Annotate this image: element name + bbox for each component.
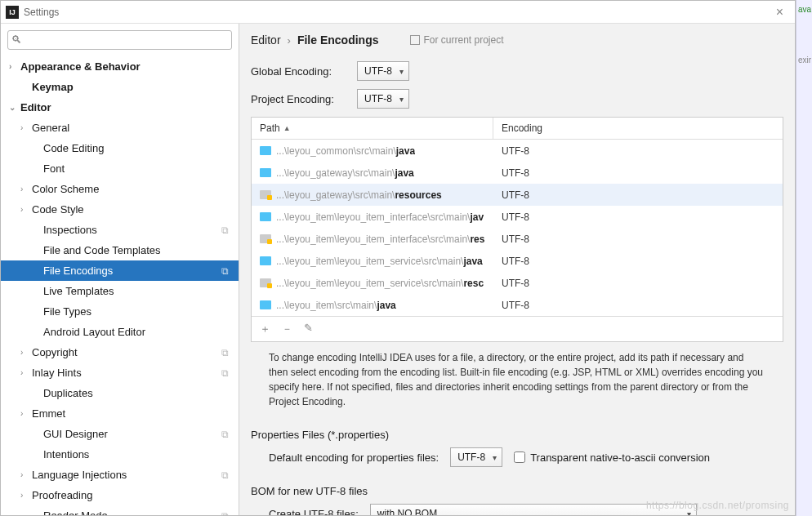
table-row[interactable]: ...\leyou_item\leyou_item_interface\src\… — [252, 228, 783, 250]
table-row[interactable]: ...\leyou_item\src\main\javaUTF-8 — [252, 294, 783, 316]
scope-icon: ⧉ — [221, 367, 239, 379]
source-folder-icon — [260, 168, 271, 177]
sidebar-item[interactable]: Inspections⧉ — [1, 220, 239, 240]
encoding-value[interactable]: UTF-8 — [493, 278, 783, 289]
source-folder-icon — [260, 300, 271, 309]
sidebar-item-label: Keymap — [32, 81, 239, 93]
main-panel: Editor › File Encodings For current proj… — [239, 24, 795, 515]
sidebar-item[interactable]: ›Copyright⧉ — [1, 342, 239, 363]
close-icon[interactable]: × — [770, 5, 790, 20]
expand-icon: › — [20, 123, 32, 132]
encoding-value[interactable]: UTF-8 — [493, 234, 783, 245]
scope-icon: ⧉ — [221, 429, 239, 440]
scope-icon: ⧉ — [221, 510, 239, 516]
path-text: ...\leyou_item\leyou_item_interface\src\… — [276, 234, 484, 245]
sidebar-item[interactable]: ⌄Editor — [1, 97, 239, 118]
sidebar-item[interactable]: Duplicates — [1, 383, 239, 403]
expand-icon: ⌄ — [9, 103, 20, 112]
table-row[interactable]: ...\leyou_item\leyou_item_interface\src\… — [252, 206, 783, 228]
sidebar-item-label: File and Code Templates — [43, 244, 239, 256]
sidebar-item[interactable]: ›Color Scheme — [1, 179, 239, 199]
scope-icon: ⧉ — [221, 347, 239, 358]
sidebar-item-label: File Types — [43, 305, 239, 318]
sidebar-item[interactable]: GUI Designer⧉ — [1, 424, 239, 444]
sidebar-item-label: File Encodings — [43, 265, 221, 277]
expand-icon: › — [20, 185, 32, 194]
watermark: https://blog.csdn.net/promsing — [646, 500, 789, 511]
global-encoding-label: Global Encoding: — [251, 65, 357, 78]
right-gutter: ava exir — [796, 0, 812, 516]
source-folder-icon — [260, 212, 271, 221]
encoding-value[interactable]: UTF-8 — [493, 211, 783, 223]
path-text: ...\leyou_common\src\main\java — [276, 145, 415, 157]
expand-icon: › — [20, 491, 32, 500]
sidebar-item-label: Editor — [20, 101, 239, 113]
search-input[interactable] — [7, 30, 232, 50]
encoding-value[interactable]: UTF-8 — [493, 300, 783, 311]
encoding-value[interactable]: UTF-8 — [493, 167, 783, 179]
sidebar-item[interactable]: ›Appearance & Behavior — [1, 56, 239, 77]
remove-button[interactable]: － — [282, 322, 292, 336]
path-text: ...\leyou_item\leyou_item_interface\src\… — [276, 211, 484, 223]
scope-icon: ⧉ — [221, 469, 239, 481]
sidebar-item[interactable]: Android Layout Editor — [1, 322, 239, 342]
scope-icon: ⧉ — [221, 225, 239, 236]
expand-icon: › — [20, 470, 32, 479]
sidebar-item[interactable]: ›Proofreading — [1, 485, 239, 505]
encoding-value[interactable]: UTF-8 — [493, 145, 783, 157]
chevron-right-icon: › — [288, 34, 291, 47]
sidebar-item[interactable]: Code Editing — [1, 138, 239, 158]
sidebar-item[interactable]: Reader Mode⧉ — [1, 505, 239, 515]
sidebar-item[interactable]: Font — [1, 158, 239, 179]
sidebar-item-label: Code Style — [32, 203, 239, 216]
expand-icon: › — [20, 348, 32, 357]
sidebar-item[interactable]: ›Language Injections⧉ — [1, 465, 239, 485]
sidebar-item[interactable]: ›Code Style — [1, 199, 239, 220]
resources-folder-icon — [260, 278, 271, 287]
sidebar-item-label: Copyright — [32, 346, 221, 358]
table-row[interactable]: ...\leyou_gateway\src\main\resourcesUTF-… — [252, 184, 783, 206]
encoding-value[interactable]: UTF-8 — [493, 189, 783, 201]
sidebar-item-label: Proofreading — [32, 489, 239, 501]
window-title: Settings — [24, 7, 59, 18]
breadcrumb-current: File Encodings — [297, 33, 379, 47]
resources-folder-icon — [260, 234, 271, 243]
sidebar-item[interactable]: File Types — [1, 301, 239, 322]
breadcrumb: Editor › File Encodings For current proj… — [251, 33, 783, 47]
sidebar-item[interactable]: ›Emmet — [1, 403, 239, 424]
properties-encoding-select[interactable]: UTF-8 — [450, 447, 502, 467]
table-row[interactable]: ...\leyou_common\src\main\javaUTF-8 — [252, 140, 783, 162]
edit-button[interactable]: ✎ — [304, 322, 313, 336]
properties-encoding-label: Default encoding for properties files: — [269, 452, 439, 464]
sidebar-item-label: Reader Mode — [43, 509, 221, 515]
table-row[interactable]: ...\leyou_gateway\src\main\javaUTF-8 — [252, 162, 783, 184]
search-icon: 🔍︎ — [11, 33, 22, 46]
project-encoding-select[interactable]: UTF-8 — [357, 89, 409, 109]
sidebar-item[interactable]: File Encodings⧉ — [1, 260, 239, 281]
create-utf8-label: Create UTF-8 files: — [269, 508, 359, 516]
encoding-value[interactable]: UTF-8 — [493, 256, 783, 267]
sidebar-item[interactable]: Live Templates — [1, 281, 239, 301]
sidebar-item[interactable]: File and Code Templates — [1, 240, 239, 260]
scope-icon: ⧉ — [221, 265, 239, 277]
sidebar-item-label: Font — [43, 162, 239, 175]
table-row[interactable]: ...\leyou_item\leyou_item_service\src\ma… — [252, 250, 783, 272]
sidebar-item[interactable]: Intentions — [1, 444, 239, 465]
sidebar-item[interactable]: ›General — [1, 118, 239, 138]
table-row[interactable]: ...\leyou_item\leyou_item_service\src\ma… — [252, 272, 783, 294]
sidebar-item-label: Duplicates — [43, 387, 239, 399]
column-encoding[interactable]: Encoding — [493, 118, 783, 139]
sidebar-item[interactable]: ›Inlay Hints⧉ — [1, 363, 239, 383]
settings-tree: ›Appearance & BehaviorKeymap⌄Editor›Gene… — [1, 56, 239, 515]
sidebar-item-label: Intentions — [43, 448, 239, 460]
sidebar-item-label: Emmet — [32, 407, 239, 420]
sidebar-item[interactable]: Keymap — [1, 77, 239, 97]
sidebar-item-label: Appearance & Behavior — [20, 60, 239, 73]
path-text: ...\leyou_item\leyou_item_service\src\ma… — [276, 256, 483, 267]
native-to-ascii-label: Transparent native-to-ascii conversion — [530, 452, 710, 464]
global-encoding-select[interactable]: UTF-8 — [357, 61, 409, 81]
column-path[interactable]: Path▲ — [252, 118, 493, 139]
add-button[interactable]: ＋ — [260, 322, 270, 336]
native-to-ascii-checkbox[interactable] — [514, 452, 525, 463]
breadcrumb-root[interactable]: Editor — [251, 33, 281, 47]
